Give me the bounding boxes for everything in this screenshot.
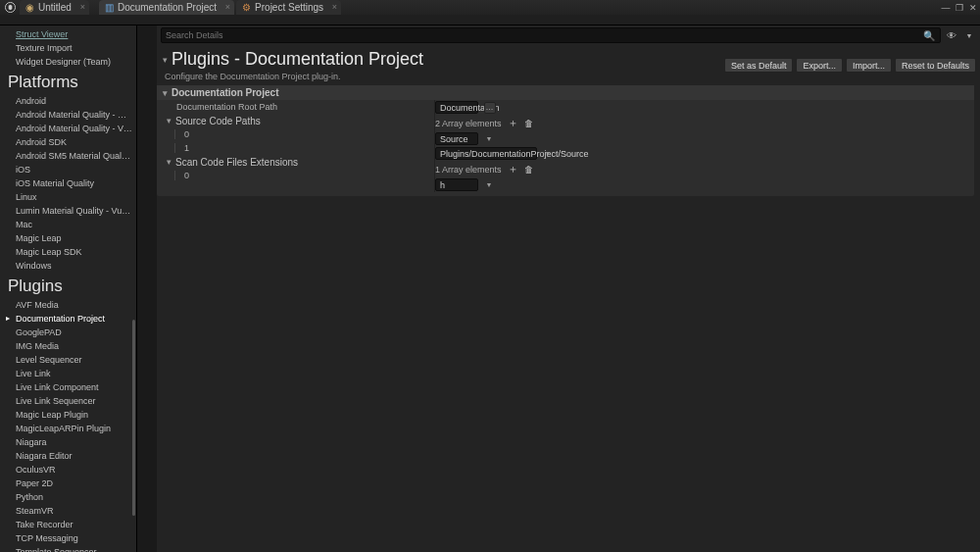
collapse-icon[interactable]: ▾ [167,116,172,125]
sidebar-item[interactable]: Take Recorder [0,518,136,531]
chevron-down-icon[interactable]: ▼ [543,147,553,160]
sidebar-item[interactable]: SteamVR [0,504,136,518]
tab-label: Project Settings [255,2,323,13]
export-button[interactable]: Export... [796,58,843,73]
array-index: 0 [157,171,434,180]
close-icon[interactable]: × [80,2,85,12]
titlebar: ◉ Untitled × ▥ Documentation Project × ⚙… [0,0,980,15]
sidebar-item[interactable]: IMG Media [0,339,136,353]
sidebar-item[interactable]: Live Link Component [0,380,136,394]
chevron-down-icon[interactable]: ▼ [962,28,976,42]
sidebar-item[interactable]: GooglePAD [0,326,136,339]
text-input[interactable]: Documentation [435,101,478,114]
section-header[interactable]: ▾ Documentation Project [157,85,974,100]
page-title: Plugins - Documentation Project [172,49,423,70]
sidebar-item[interactable]: Android [0,94,136,108]
trash-icon[interactable]: 🗑 [524,119,533,128]
sidebar-item[interactable]: Niagara [0,435,136,449]
array-index: 1 [157,143,434,153]
prop-label[interactable]: ▾Source Code Paths [157,116,434,126]
search-field[interactable] [166,30,922,40]
chevron-down-icon[interactable]: ▼ [484,132,494,145]
sidebar-item[interactable]: iOS [0,163,136,176]
eye-icon[interactable]: 👁 [945,28,958,42]
sidebar-item[interactable]: Documentation Project [0,312,136,326]
add-icon[interactable]: ＋ [508,162,518,176]
maximize-icon[interactable]: ❐ [953,1,966,15]
level-icon: ◉ [25,2,34,13]
add-icon[interactable]: ＋ [508,116,518,130]
sidebar-item[interactable]: Magic Leap [0,231,136,245]
tab-label: Untitled [38,2,72,13]
prop-label[interactable]: ▾Scan Code Files Extensions [157,157,434,168]
sidebar-item[interactable]: Windows [0,259,136,273]
set-default-button[interactable]: Set as Default [724,58,794,73]
browse-button[interactable]: … [484,102,496,114]
toolbar-strip [0,15,980,25]
tab-docsplugin[interactable]: ▥ Documentation Project × [99,0,234,15]
tab-level[interactable]: ◉ Untitled × [20,0,89,15]
gear-icon: ⚙ [242,2,251,13]
scrollbar[interactable] [132,320,135,516]
close-icon[interactable]: × [225,2,230,12]
settings-content: 🔍 👁 ▼ ▾ Plugins - Documentation Project … [157,25,980,552]
book-icon: ▥ [105,2,114,13]
sidebar-item[interactable]: TCP Messaging [0,531,136,545]
sidebar-item[interactable]: AVF Media [0,298,136,312]
search-input[interactable]: 🔍 [161,27,941,43]
array-index: 0 [157,129,434,139]
sidebar-item[interactable]: Template Sequencer [0,545,136,552]
array-count: 1 Array elements [435,165,502,175]
sidebar-item[interactable]: Android SM5 Material Quality - Vulkan [0,149,136,163]
sidebar-item[interactable]: Lumin Material Quality - Vulkan [0,204,136,218]
array-count: 2 Array elements [435,119,502,128]
sidebar-item[interactable]: iOS Material Quality [0,176,136,190]
import-button[interactable]: Import... [846,58,892,73]
sidebar-category: Platforms [0,69,136,94]
sidebar-item[interactable]: Mac [0,218,136,231]
close-icon[interactable]: × [332,2,337,12]
text-input[interactable]: h [435,178,478,191]
collapse-icon[interactable]: ▾ [167,157,172,167]
text-input[interactable]: Source [435,132,478,145]
settings-sidebar[interactable]: Struct ViewerTexture ImportWidget Design… [0,25,137,552]
sidebar-item[interactable]: Texture Import [0,41,136,55]
page-subtitle: Configure the Documentation Project plug… [157,70,724,85]
sidebar-category: Plugins [0,273,136,298]
tab-label: Documentation Project [118,2,217,13]
prop-label: Documentation Root Path [157,102,434,112]
trash-icon[interactable]: 🗑 [524,165,533,175]
reset-defaults-button[interactable]: Reset to Defaults [895,58,976,73]
page-actions: Set as Default Export... Import... Reset… [724,58,980,73]
sidebar-item[interactable]: Android Material Quality - ES31 [0,108,136,122]
search-icon: 🔍 [922,28,936,42]
section-title: Documentation Project [172,87,278,98]
sidebar-item[interactable]: Widget Designer (Team) [0,55,136,69]
tab-project-settings[interactable]: ⚙ Project Settings × [236,0,341,15]
sidebar-item[interactable]: Magic Leap Plugin [0,408,136,422]
sidebar-item[interactable]: Python [0,490,136,504]
sidebar-item[interactable]: Level Sequencer [0,353,136,367]
sidebar-item[interactable]: Linux [0,190,136,204]
text-input[interactable]: Plugins/DocumentationProject/Source [435,147,537,160]
sidebar-item[interactable]: Live Link Sequencer [0,394,136,408]
collapse-icon[interactable]: ▾ [163,55,168,65]
sidebar-item[interactable]: Struct Viewer [0,27,136,41]
sidebar-item[interactable]: Magic Leap SDK [0,245,136,259]
sidebar-item[interactable]: Paper 2D [0,477,136,490]
sidebar-item[interactable]: OculusVR [0,463,136,477]
sidebar-item[interactable]: Live Link [0,367,136,380]
sidebar-item[interactable]: Android SDK [0,135,136,149]
sidebar-item[interactable]: Android Material Quality - Vulkan [0,122,136,135]
splitter[interactable] [137,25,157,552]
ue-logo-icon[interactable] [3,1,17,15]
window-buttons: — ❐ ✕ [939,1,980,15]
sidebar-item[interactable]: Niagara Editor [0,449,136,463]
collapse-icon[interactable]: ▾ [163,88,168,98]
minimize-icon[interactable]: — [939,1,953,15]
chevron-down-icon[interactable]: ▼ [484,178,494,191]
details-panel: ▾ Documentation Project Documentation Ro… [157,85,974,196]
sidebar-item[interactable]: MagicLeapARPin Plugin [0,422,136,435]
close-window-icon[interactable]: ✕ [966,1,980,15]
